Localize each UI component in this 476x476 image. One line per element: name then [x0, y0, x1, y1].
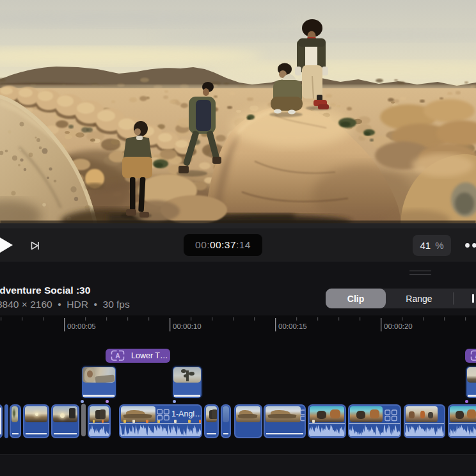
svg-text:00:00:20: 00:00:20 [384, 322, 413, 330]
svg-text:A: A [115, 352, 120, 360]
svg-text:00:00:05: 00:00:05 [67, 322, 96, 330]
svg-text:00:00:10: 00:00:10 [173, 322, 202, 330]
svg-text:00:00:15: 00:00:15 [278, 322, 307, 330]
